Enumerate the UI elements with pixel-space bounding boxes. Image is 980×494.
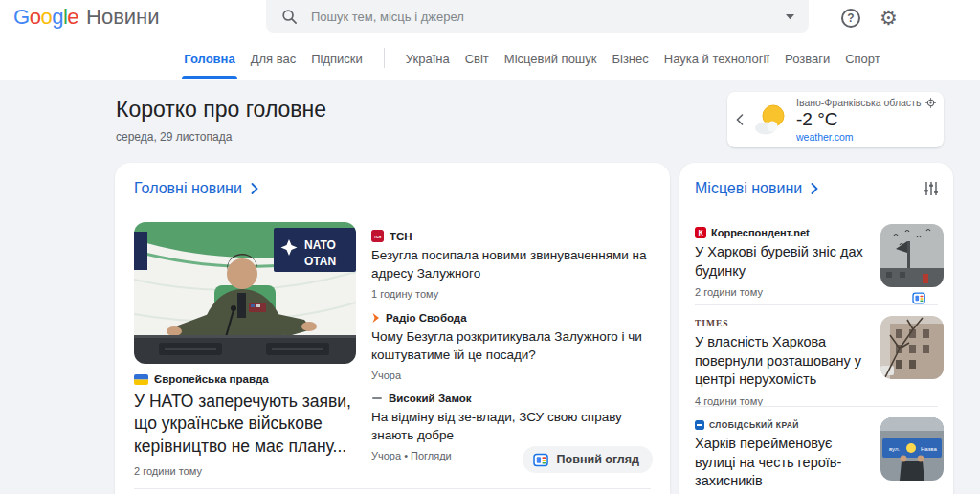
logo-letter: o	[30, 5, 41, 30]
google-news-logo[interactable]: Google Новини	[13, 5, 160, 30]
full-coverage-label: Повний огляд	[557, 453, 639, 466]
search-bar[interactable]	[266, 0, 809, 33]
logo-product-name: Новини	[86, 5, 160, 30]
article-time: 1 годину тому	[371, 288, 655, 300]
settings-button[interactable]: ⚙	[880, 4, 898, 32]
nav-divider	[384, 48, 385, 68]
article-source[interactable]: СЛОБІДСЬКИЙ КРАЙ	[695, 417, 873, 430]
list-divider	[695, 304, 938, 305]
article-source[interactable]: Високий Замок	[371, 393, 655, 404]
article-headline[interactable]: Безугла посипала новими звинуваченнями н…	[371, 247, 655, 283]
tab-svit[interactable]: Світ	[457, 38, 497, 79]
source-name: Корреспондент.net	[711, 227, 810, 238]
lead-article-time: 2 години тому	[134, 465, 202, 477]
full-coverage-button[interactable]: Повний огляд	[523, 446, 653, 473]
list-divider	[695, 406, 938, 407]
logo-letter: o	[40, 5, 52, 30]
tab-nauka-tekhnolohii[interactable]: Наука й технології	[657, 38, 777, 79]
article-source[interactable]: TIMES	[695, 316, 873, 328]
svg-text:К: К	[698, 228, 703, 237]
local-news-item[interactable]: СЛОБІДСЬКИЙ КРАЙ Харків перейменовує вул…	[695, 417, 944, 494]
weather-prev-button[interactable]	[727, 114, 752, 125]
sun-cloud-weather-icon	[752, 101, 791, 139]
article-headline[interactable]: У Харкові буревій зніс дах будинку	[695, 243, 873, 281]
section-title-label: Місцеві новини	[695, 180, 802, 197]
tsn-favicon-icon: тсн	[371, 230, 384, 242]
tab-dlia-vas[interactable]: Для вас	[243, 38, 304, 79]
radio-svoboda-favicon-icon	[371, 312, 380, 324]
weather-widget[interactable]: Івано-Франківська область -2 °C weather.…	[727, 92, 944, 147]
article-headline[interactable]: У власність Харкова повернули розташован…	[695, 333, 873, 390]
tab-holovna[interactable]: Головна	[176, 38, 242, 79]
search-dropdown-arrow-icon[interactable]	[785, 13, 795, 20]
local-news-item[interactable]: TIMES У власність Харкова повернули розт…	[695, 316, 944, 407]
article-headline[interactable]: На відміну від зе-влади, ЗСУ свою справу…	[371, 409, 655, 445]
article-thumbnail[interactable]	[880, 316, 944, 379]
article-thumbnail[interactable]	[880, 224, 944, 287]
my-location-icon[interactable]	[925, 98, 936, 108]
chevron-right-icon	[811, 183, 818, 194]
related-article[interactable]: Радіо Свобода Чому Безугла розкритикувал…	[371, 312, 655, 381]
gear-icon: ⚙	[880, 7, 898, 29]
tab-sport[interactable]: Спорт	[837, 38, 888, 79]
top-stories-section-link[interactable]: Головні новини	[134, 180, 258, 197]
weather-info: Івано-Франківська область -2 °C weather.…	[796, 97, 936, 143]
korrespondent-favicon-icon: К	[695, 227, 706, 238]
source-name: TIMES	[695, 319, 729, 328]
source-name: Європейська правда	[154, 373, 269, 385]
svg-text:Назва: Назва	[921, 446, 937, 452]
storm-damage-photo	[880, 224, 944, 287]
article-source[interactable]: К Корреспондент.net	[695, 224, 873, 238]
related-article[interactable]: тсн ТСН Безугла посипала новими звинувач…	[371, 230, 655, 300]
chevron-left-icon	[736, 114, 744, 125]
local-news-item[interactable]: К Корреспондент.net У Харкові буревій зн…	[695, 224, 944, 298]
app-header: Google Новини ? ⚙	[0, 0, 980, 38]
help-icon: ?	[847, 11, 854, 25]
article-headline[interactable]: Чому Безугла розкритикувала Залужного і …	[371, 328, 655, 365]
local-news-settings-button[interactable]	[923, 180, 940, 201]
local-news-card: Місцеві новини К	[679, 163, 953, 494]
tab-rozvahy[interactable]: Розваги	[777, 38, 837, 79]
full-coverage-icon	[533, 453, 549, 467]
help-button[interactable]: ?	[841, 9, 860, 28]
source-name: Радіо Свобода	[386, 312, 467, 324]
tab-pidpysky[interactable]: Підписки	[303, 38, 370, 79]
top-stories-card: Головні новини NATO OTAN	[115, 163, 670, 494]
briefing-date: середа, 29 листопада	[116, 130, 326, 144]
google-news-page: Google Новини ? ⚙ Головна Для вас Підпис…	[0, 0, 980, 494]
tab-ukraina[interactable]: Україна	[398, 38, 457, 79]
building-photo	[880, 316, 944, 379]
full-coverage-mini-button[interactable]	[912, 291, 926, 308]
article-headline[interactable]: Харків перейменовує вулиці на честь геро…	[695, 435, 873, 491]
search-icon	[281, 9, 298, 25]
vysokyi-zamok-favicon-icon	[371, 393, 383, 404]
chevron-right-icon	[251, 183, 258, 194]
ukraine-flag-icon	[134, 374, 148, 385]
logo-letter: e	[67, 5, 78, 30]
search-input[interactable]	[309, 9, 785, 25]
tab-mistsevyi-poshuk[interactable]: Місцевий пошук	[497, 38, 605, 79]
weather-source-link[interactable]: weather.com	[796, 131, 936, 143]
lead-article-headline[interactable]: У НАТО заперечують заяви, що українське …	[134, 391, 364, 458]
lead-article-source[interactable]: Європейська правда	[134, 373, 269, 385]
svg-text:тсн: тсн	[374, 235, 382, 239]
article-time: 4 години тому	[695, 395, 873, 407]
slobidskyi-krai-favicon-icon	[695, 420, 704, 430]
street-sign-photo: вул. Назва	[880, 417, 944, 481]
source-name: Високий Замок	[389, 393, 472, 404]
source-name: ТСН	[390, 231, 412, 242]
tab-biznes[interactable]: Бізнес	[604, 38, 656, 79]
svg-text:OTAN: OTAN	[304, 255, 336, 268]
local-news-section-link[interactable]: Місцеві новини	[695, 180, 818, 197]
svg-text:NATO: NATO	[304, 238, 336, 252]
article-source[interactable]: Радіо Свобода	[371, 312, 655, 324]
press-conference-photo: NATO OTAN	[134, 222, 356, 364]
logo-letter: G	[13, 5, 30, 30]
lead-article-image[interactable]: NATO OTAN	[134, 222, 356, 364]
card-section-divider	[134, 488, 651, 489]
article-source[interactable]: тсн ТСН	[371, 230, 655, 242]
page-title: Коротко про головне	[116, 97, 326, 123]
article-thumbnail[interactable]: вул. Назва	[880, 417, 944, 481]
tune-sliders-icon	[923, 180, 940, 197]
weather-location-label: Івано-Франківська область	[796, 97, 921, 108]
